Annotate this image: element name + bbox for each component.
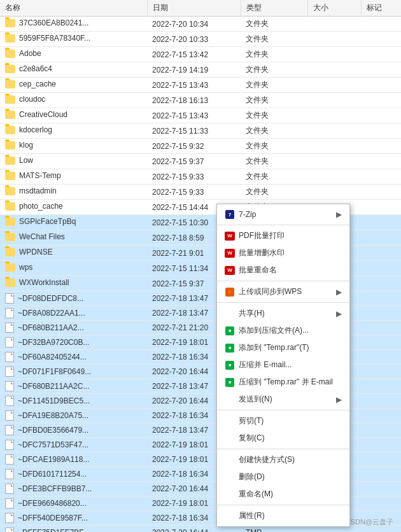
menu-item-icon	[225, 433, 235, 444]
table-row[interactable]: cloudoc2022-7-18 16:13文件夹	[0, 93, 401, 108]
context-menu-item[interactable]: 属性(R)	[217, 507, 349, 524]
file-name-cell: MATS-Temp	[0, 169, 147, 182]
file-name-label: ~DF680B211AA2...	[18, 323, 84, 332]
file-size-cell	[307, 47, 361, 62]
file-size-cell	[307, 32, 361, 47]
file-name-cell: WXWorkInstall	[0, 276, 147, 289]
file-tag-cell	[361, 511, 401, 526]
file-name-label: ~DFCAE1989A118...	[18, 455, 89, 464]
file-tag-cell	[361, 452, 401, 467]
file-name-label: ~DF60A82405244...	[18, 353, 87, 361]
context-menu-item[interactable]: 共享(H)▶	[217, 305, 349, 322]
col-header-date[interactable]: 日期	[147, 0, 241, 17]
menu-separator	[217, 505, 349, 505]
file-name-label: Adobe	[19, 49, 41, 58]
context-menu-item[interactable]: ■添加到压缩文件(A)...	[217, 322, 349, 339]
file-name-cell: klog	[0, 139, 147, 151]
file-name-cell: 5959F5F8A78340F...	[0, 32, 147, 45]
col-header-tag[interactable]: 标记	[361, 0, 401, 17]
context-menu-item[interactable]: 创建快捷方式(S)	[217, 451, 349, 468]
file-icon	[5, 337, 14, 347]
file-type-cell: 文件夹	[241, 17, 307, 32]
file-name-cell: ~DF680B211AA2C...	[0, 379, 147, 393]
file-tag-cell	[361, 230, 401, 246]
file-name-cell: ~DF8A08D22AA1...	[0, 306, 147, 320]
context-menu-item[interactable]: 77-Zip▶	[217, 206, 349, 223]
file-name-label: MATS-Temp	[19, 171, 61, 180]
file-icon	[5, 293, 14, 304]
file-name-cell: photo_cache	[0, 200, 147, 213]
context-menu-item[interactable]: W批量增删水印	[217, 244, 349, 262]
file-type-cell: 文件夹	[241, 32, 307, 47]
file-name-cell: wps	[0, 261, 147, 274]
file-name-label: ~DF680B211AA2C...	[18, 382, 89, 391]
folder-icon	[5, 80, 15, 88]
table-row[interactable]: Low2022-7-15 9:37文件夹	[0, 154, 401, 169]
context-menu-item[interactable]: 复制(C)	[217, 430, 349, 447]
col-header-type[interactable]: 类型	[241, 0, 307, 17]
context-menu-item[interactable]: ↑上传或同步到WPS▶	[217, 283, 349, 300]
context-menu-item[interactable]: 剪切(T)	[217, 412, 349, 430]
file-tag-cell	[361, 185, 401, 200]
context-menu-item[interactable]: ■压缩并 E-mail...	[217, 356, 349, 374]
table-row[interactable]: Adobe2022-7-15 13:42文件夹	[0, 47, 401, 62]
table-row[interactable]: c2e8a6c42022-7-19 14:19文件夹	[0, 62, 401, 78]
file-tag-cell	[361, 438, 401, 452]
context-menu-item[interactable]: 重命名(M)	[217, 486, 349, 503]
table-row[interactable]: kdocerlog2022-7-15 11:33文件夹	[0, 123, 401, 139]
file-icon	[5, 440, 14, 450]
file-date-cell: 2022-7-15 13:42	[147, 47, 241, 62]
menu-separator	[217, 302, 349, 303]
menu-item-label: 发送到(N)	[239, 394, 272, 405]
menu-item-label: 复制(C)	[239, 433, 265, 444]
table-row[interactable]: cep_cache2022-7-15 13:43文件夹	[0, 78, 401, 93]
file-icon	[5, 454, 14, 465]
file-name-label: photo_cache	[19, 202, 63, 211]
context-menu-item[interactable]: ■压缩到 "Temp.rar" 并 E-mail	[217, 374, 349, 391]
table-row[interactable]: MATS-Temp2022-7-15 9:33文件夹	[0, 169, 401, 185]
file-name-cell: kdocerlog	[0, 123, 147, 136]
menu-item-icon	[225, 511, 235, 521]
menu-item-icon: W	[225, 231, 235, 241]
table-row[interactable]: msdtadmin2022-7-15 9:33文件夹	[0, 185, 401, 200]
file-date-cell: 2022-7-19 14:19	[147, 62, 241, 78]
file-type-cell: 文件夹	[241, 47, 307, 62]
file-tag-cell	[361, 93, 401, 108]
file-type-cell: 文件夹	[241, 139, 307, 154]
file-name-label: SGPicFaceTpBq	[19, 217, 76, 226]
menu-item-icon: W	[225, 248, 235, 258]
menu-item-icon: ↑	[225, 287, 235, 297]
file-name-cell: c2e8a6c4	[0, 62, 147, 75]
folder-icon	[5, 202, 15, 211]
col-header-name[interactable]: 名称	[0, 0, 147, 17]
file-name-label: ~DFBD0E3566479...	[18, 426, 88, 435]
context-menu-item[interactable]: W批量重命名	[217, 262, 349, 279]
file-tag-cell	[361, 526, 401, 533]
context-menu-item[interactable]: WPDF批量打印	[217, 227, 349, 244]
file-tag-cell	[361, 306, 401, 321]
table-row[interactable]: CreativeCloud2022-7-15 13:43文件夹	[0, 108, 401, 123]
table-row[interactable]: 37C360EA8B0241...2022-7-20 10:34文件夹	[0, 17, 401, 32]
file-name-label: 37C360EA8B0241...	[19, 18, 88, 27]
context-menu-item[interactable]: 发送到(N)▶	[217, 391, 349, 408]
file-tag-cell	[361, 215, 401, 230]
table-row[interactable]: klog2022-7-15 9:32文件夹	[0, 139, 401, 154]
table-row[interactable]: 5959F5F8A78340F...2022-7-20 10:33文件夹	[0, 32, 401, 47]
file-name-label: WeChat Files	[19, 232, 65, 241]
menu-item-label: 批量增删水印	[239, 248, 285, 258]
context-menu-item[interactable]: ■添加到 "Temp.rar"(T)	[217, 339, 349, 356]
file-name-cell: ~DFD6101711254...	[0, 467, 147, 481]
menu-separator	[217, 449, 349, 449]
context-menu-item[interactable]: 删除(D)	[217, 468, 349, 486]
file-tag-cell	[361, 154, 401, 169]
file-size-cell	[307, 62, 361, 78]
file-name-cell: ~DF60A82405244...	[0, 350, 147, 364]
folder-icon	[5, 187, 15, 195]
col-header-size[interactable]: 大小	[307, 0, 361, 17]
file-date-cell: 2022-7-15 9:37	[147, 154, 241, 169]
submenu-arrow-icon: ▶	[336, 288, 342, 297]
file-icon	[5, 498, 14, 508]
folder-icon	[5, 248, 15, 256]
folder-icon	[5, 233, 15, 241]
file-date-cell: 2022-7-15 9:32	[147, 139, 241, 154]
